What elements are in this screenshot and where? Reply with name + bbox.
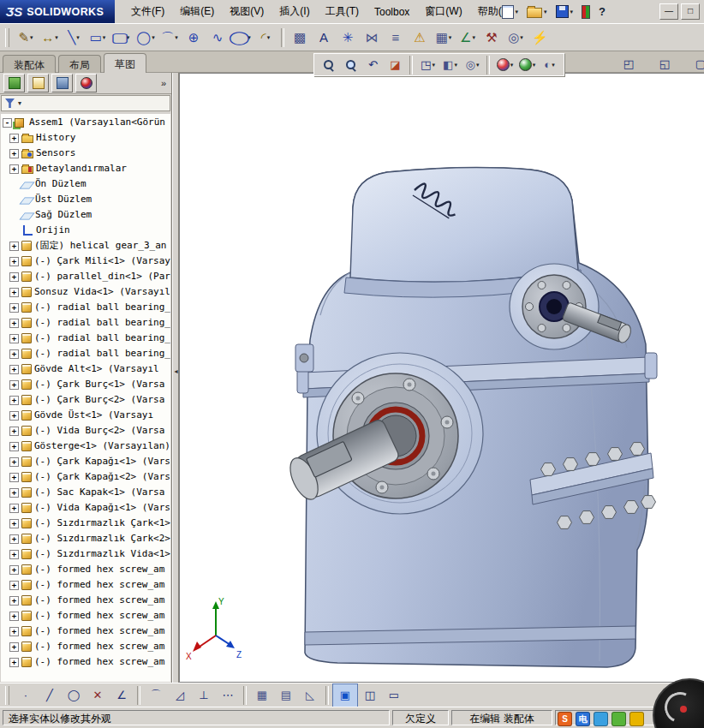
zoom-to-fit-tool[interactable]: ▾ — [318, 56, 339, 75]
quick-snaps-tool[interactable]: ◎ ▾ — [504, 27, 528, 49]
help-button[interactable]: ? ▾ — [596, 3, 608, 20]
tree-item[interactable]: + (-) radial ball bearing_ — [1, 300, 170, 315]
circle-tool[interactable]: ◯ ▾ — [134, 27, 158, 49]
open-button[interactable]: ▾ — [524, 3, 550, 20]
tree-expand-box[interactable] — [9, 226, 19, 236]
relations-tool[interactable]: ∠ ▾ — [456, 27, 480, 49]
tab-configurationmanager[interactable] — [51, 74, 73, 92]
tree-expand-box[interactable]: + — [9, 565, 19, 575]
tree-item[interactable]: - Assem1 (Varsayılan<Görün — [1, 115, 170, 130]
offset-entities-tool[interactable]: ≡ ▾ — [384, 27, 408, 49]
view-settings-tool[interactable]: ◐ ▾ — [539, 56, 560, 75]
tab-featuremanager[interactable] — [3, 74, 25, 92]
tree-expand-box[interactable]: + — [9, 380, 19, 390]
tree-item[interactable]: + (-) Sızdırmazlık Vida<1> — [1, 546, 170, 562]
tree-expand-box[interactable]: - — [3, 118, 12, 128]
perpendicular-tool[interactable]: ⊥ — [192, 684, 216, 707]
section-view-tool[interactable]: ◪ ▾ — [385, 56, 406, 75]
tree-item[interactable]: + (-) parallel_din<1> (Par — [1, 269, 170, 284]
tree-item[interactable]: + Sonsuz Vida<1> (Varsayıl — [1, 284, 170, 300]
tree-item[interactable]: + (-) radial ball bearing_ — [1, 331, 170, 346]
tree-expand-box[interactable]: + — [9, 488, 19, 498]
tree-item[interactable]: + Detaylandırmalar — [1, 161, 170, 176]
new-document-button[interactable]: ▾ — [499, 3, 522, 21]
tree-expand-box[interactable]: + — [9, 519, 19, 528]
tree-item[interactable]: + (-) formed hex screw_am — [1, 654, 170, 670]
point-tool[interactable]: ✳ ▾ — [336, 27, 360, 49]
tree-item[interactable]: Ön Düzlem — [1, 176, 170, 192]
tree-expand-box[interactable]: + — [9, 365, 19, 374]
linear-pattern-tool[interactable]: ▦ ▾ — [432, 27, 456, 49]
graphics-viewport[interactable]: Y X Z — [179, 73, 704, 683]
pane-split-top-button[interactable]: ▢ — [689, 53, 704, 75]
tray-power-icon[interactable]: 电 — [576, 712, 590, 726]
tree-expand-box[interactable]: + — [9, 550, 19, 559]
tray-icon-green[interactable] — [612, 712, 626, 726]
tree-expand-box[interactable]: + — [9, 149, 19, 158]
display-style-tool[interactable]: ◧ ▾ — [439, 56, 461, 75]
tab-displaymanager[interactable] — [75, 74, 97, 92]
tree-expand-box[interactable]: + — [9, 303, 19, 313]
tree-expand-box[interactable]: + — [9, 442, 19, 451]
sketch-circle-tool[interactable]: ◯ — [62, 684, 86, 707]
construction-geometry-tool[interactable]: ⋯ — [216, 684, 240, 707]
tree-item[interactable]: + (-) Vida Burç<2> (Varsa — [1, 423, 170, 439]
view-two-button[interactable]: ◫ — [358, 684, 382, 707]
edit-appearance-tool[interactable]: ▾ — [494, 56, 516, 75]
tab-propertymanager[interactable] — [27, 74, 49, 92]
tree-item[interactable]: + Gövde Alt<1> (Varsayıl — [1, 361, 170, 377]
tree-expand-box[interactable]: + — [9, 396, 19, 405]
tree-expand-box[interactable]: + — [9, 473, 19, 482]
delete-tool[interactable]: ✕ — [86, 684, 110, 707]
tree-expand-box[interactable]: + — [9, 642, 19, 652]
tree-item[interactable]: Sağ Düzlem — [1, 207, 170, 223]
menu-tools[interactable]: 工具(T) — [318, 0, 367, 23]
tray-sogou-icon[interactable]: S — [558, 712, 572, 726]
pane-single-button[interactable]: ◰ — [617, 53, 641, 75]
menu-insert[interactable]: 插入(I) — [271, 0, 317, 23]
tree-item[interactable]: + Sensors — [1, 146, 170, 161]
sketch-warning-indicator[interactable]: ⚠ ▾ — [408, 27, 432, 49]
panel-expand-chevron[interactable]: » — [161, 78, 168, 88]
tree-item[interactable]: + (-) formed hex screw_am — [1, 639, 170, 654]
tree-expand-box[interactable]: + — [9, 257, 19, 266]
tangent-arc-tool[interactable]: ◿ — [168, 684, 192, 707]
text-tool[interactable]: A ▾ — [312, 27, 336, 49]
tray-icon-yellow[interactable] — [629, 712, 644, 726]
tree-item[interactable]: + History — [1, 130, 170, 146]
tree-item[interactable]: + (-) Çark Burç<2> (Varsa — [1, 392, 170, 408]
sketch-fillet-tool[interactable]: ◜ ▾ — [254, 27, 277, 49]
tree-expand-box[interactable]: + — [9, 581, 19, 590]
view-single-button[interactable]: ▣ — [332, 683, 358, 707]
tree-expand-box[interactable] — [9, 180, 19, 189]
zoom-to-area-tool[interactable]: ▾ — [340, 56, 361, 75]
tree-item[interactable]: + (-) formed hex screw_am — [1, 593, 170, 608]
toolbar-grip[interactable] — [5, 28, 9, 47]
tree-item[interactable]: Üst Düzlem — [1, 192, 170, 207]
tree-expand-box[interactable] — [9, 195, 19, 205]
previous-view-tool[interactable]: ↶ ▾ — [362, 56, 384, 75]
arc-tool[interactable]: ⌒ — [144, 684, 168, 707]
tree-expand-box[interactable]: + — [9, 334, 19, 343]
tree-item[interactable]: + (-) formed hex screw_am — [1, 577, 170, 593]
view-horizontal-button[interactable]: ▭ — [382, 684, 406, 707]
spline-tool[interactable]: ∿ ▾ — [206, 27, 230, 49]
minimize-button[interactable]: — — [659, 3, 678, 20]
tree-expand-box[interactable]: + — [9, 134, 19, 143]
tree-item[interactable]: + (-) Çark Kapağı<1> (Vars — [1, 454, 170, 469]
menu-window[interactable]: 窗口(W) — [417, 0, 469, 23]
tree-item[interactable]: + (-) Sızdırmazlık Çark<1> — [1, 516, 170, 531]
mesh-tool[interactable]: ◺ — [298, 684, 322, 707]
ellipse-tool[interactable]: ◯ ▾ — [230, 27, 254, 49]
toolbar-grip[interactable] — [5, 686, 9, 705]
menu-file[interactable]: 文件(F) — [123, 0, 172, 23]
arc-tool[interactable]: ⌒ ▾ — [158, 27, 182, 49]
tree-filter-bar[interactable]: ▾ — [1, 95, 170, 111]
menu-toolbox[interactable]: Toolbox — [367, 2, 417, 22]
tree-expand-box[interactable]: + — [9, 242, 19, 251]
sketch-line-tool[interactable]: ╱ — [38, 684, 62, 707]
tree-expand-box[interactable]: + — [9, 457, 19, 467]
repair-sketch-tool[interactable]: ⚒ ▾ — [480, 27, 504, 49]
tree-item[interactable]: + (-) Çark Burç<1> (Varsa — [1, 377, 170, 392]
mirror-entities-tool[interactable]: ⋈ ▾ — [360, 27, 384, 49]
